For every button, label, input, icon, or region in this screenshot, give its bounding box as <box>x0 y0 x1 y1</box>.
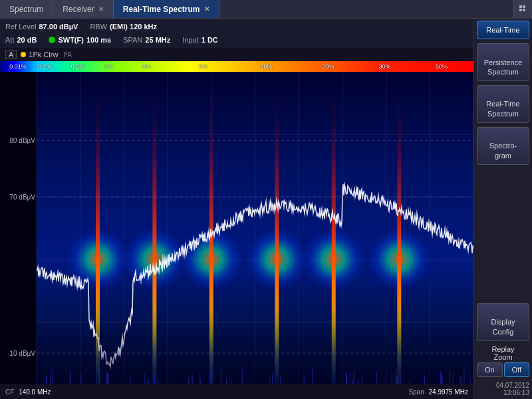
info-row-2: Att 20 dB SWT(F) 100 ms SPAN 25 MHz Inpu… <box>5 36 468 44</box>
replay-zoom-buttons: On Off <box>477 362 529 377</box>
close-realtime-icon[interactable]: ✕ <box>204 5 209 13</box>
replay-zoom-on[interactable]: On <box>477 362 503 377</box>
swt-indicator <box>49 37 55 43</box>
scale-labels: 0.01%0.2%0.5%1%2%5%10%20%30%50% <box>0 61 473 72</box>
spectrum-display[interactable] <box>0 72 473 384</box>
tab-receiver[interactable]: Receiver ✕ <box>53 0 113 18</box>
scale-tick: 0.01% <box>9 63 27 70</box>
span-group: SPAN 25 MHz <box>123 36 170 44</box>
tab-spectrum[interactable]: Spectrum <box>0 0 53 18</box>
sidebar-btn-persistence[interactable]: Persistence Spectrum <box>477 43 529 81</box>
mode-label: PA <box>63 51 72 59</box>
replay-zoom-section: Replay Zoom On Off <box>477 345 529 377</box>
sidebar-btn-realtime-spectrum[interactable]: Real-Time Spectrum <box>477 85 529 123</box>
tab-bar: Spectrum Receiver ✕ Real-Time Spectrum ✕ <box>0 0 532 19</box>
clock-date: 04.07.2012 <box>477 382 529 389</box>
scale-tick: 30% <box>379 63 391 70</box>
scale-tick: 0.2% <box>38 63 52 70</box>
svg-rect-2 <box>519 9 522 11</box>
trace-color-indicator <box>21 52 26 57</box>
scale-tick: 5% <box>199 63 207 70</box>
spectrum-panel: Ref Level 87.00 dBµV RBW (EMI) 120 kHz A… <box>0 19 473 399</box>
trace-id: A <box>5 50 17 59</box>
rbw-group: RBW (EMI) 120 kHz <box>90 23 157 31</box>
input-group: Input 1 DC <box>182 36 218 44</box>
scale-tick: 0.5% <box>71 63 85 70</box>
cf-display: CF 140.0 MHz <box>5 388 51 396</box>
svg-rect-0 <box>519 5 522 8</box>
grid-icon[interactable] <box>513 0 532 19</box>
info-bar: Ref Level 87.00 dBµV RBW (EMI) 120 kHz A… <box>0 19 473 48</box>
sidebar-btn-spectrogram[interactable]: Spectro- gram <box>477 127 529 165</box>
svg-rect-1 <box>523 5 525 8</box>
tab-realtime-spectrum[interactable]: Real-Time Spectrum ✕ <box>114 0 219 18</box>
span-display: Span 24.9975 MHz <box>408 388 468 396</box>
right-sidebar: Real-Time Persistence Spectrum Real-Time… <box>473 19 532 399</box>
scale-tick: 10% <box>261 63 273 70</box>
ref-level-group: Ref Level 87.00 dBµV <box>5 23 78 31</box>
swt-group: SWT(F) 100 ms <box>49 36 111 44</box>
close-receiver-icon[interactable]: ✕ <box>98 5 104 13</box>
svg-rect-3 <box>523 9 525 11</box>
scale-tick: 1% <box>104 63 113 70</box>
att-group: Att 20 dB <box>5 36 37 44</box>
scale-tick: 2% <box>142 63 151 70</box>
replay-zoom-off[interactable]: Off <box>504 362 530 377</box>
main-layout: Ref Level 87.00 dBµV RBW (EMI) 120 kHz A… <box>0 19 532 399</box>
spectrum-canvas <box>0 72 473 384</box>
bottom-info: CF 140.0 MHz Span 24.9975 MHz <box>0 384 473 399</box>
clock-time: 13:06:13 <box>477 389 529 396</box>
info-row-1: Ref Level 87.00 dBµV RBW (EMI) 120 kHz <box>5 23 468 31</box>
sidebar-btn-display-config[interactable]: Display Config <box>477 303 529 341</box>
color-scale-bar: 0.01%0.2%0.5%1%2%5%10%20%30%50% <box>0 61 473 72</box>
scale-tick: 20% <box>322 63 334 70</box>
trace-mode: 1Pk Clrw <box>29 51 58 59</box>
replay-zoom-label: Replay Zoom <box>477 345 529 361</box>
clock-area: 04.07.2012 13:06:13 <box>474 379 532 399</box>
sidebar-btn-realtime[interactable]: Real-Time <box>477 21 529 39</box>
scale-tick: 50% <box>436 63 448 70</box>
trace-header: A 1Pk Clrw PA <box>0 48 473 61</box>
